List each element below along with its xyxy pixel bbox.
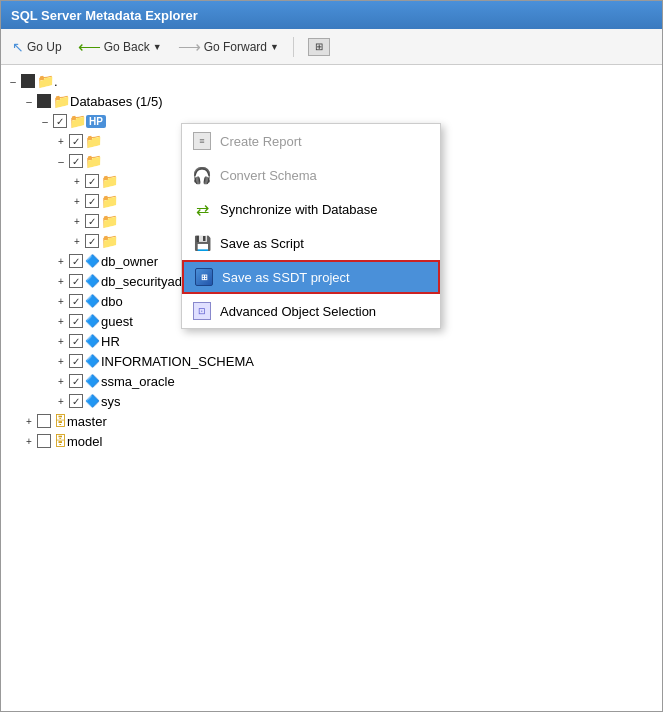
sub4-folder-icon: 📁: [101, 193, 118, 209]
go-forward-button[interactable]: ⟶ Go Forward ▼: [173, 35, 284, 58]
tree-schema-ssma_oracle[interactable]: + 🔷 ssma_oracle: [5, 371, 658, 391]
schema-db_owner-icon: 🔷: [85, 254, 101, 268]
sub2-folder-icon: 📁: [85, 153, 102, 169]
sub3-expander[interactable]: +: [69, 173, 85, 189]
schema-HR-label: HR: [101, 334, 120, 349]
tree-model[interactable]: + 🗄 model: [5, 431, 658, 451]
sub1-checkbox[interactable]: [69, 134, 83, 148]
hp-folder-icon: 📁: [69, 113, 86, 129]
schema-HR-expander[interactable]: +: [53, 333, 69, 349]
sub4-expander[interactable]: +: [69, 193, 85, 209]
sub5-checkbox[interactable]: [85, 214, 99, 228]
go-up-arrow-icon: ↖: [12, 39, 24, 55]
menu-item-create-report[interactable]: ≡ Create Report: [182, 124, 440, 158]
refresh-icon: ⊞: [308, 38, 330, 56]
save-ssdt-label: Save as SSDT project: [222, 270, 350, 285]
schema-dbo-expander[interactable]: +: [53, 293, 69, 309]
sub4-checkbox[interactable]: [85, 194, 99, 208]
schema-HR-checkbox[interactable]: [69, 334, 83, 348]
refresh-button[interactable]: ⊞: [303, 36, 335, 58]
master-label: master: [67, 414, 107, 429]
model-db-icon: 🗄: [53, 433, 67, 449]
schema-sys-checkbox[interactable]: [69, 394, 83, 408]
schema-db_securityadmin-icon: 🔷: [85, 274, 101, 288]
go-back-button[interactable]: ⟵ Go Back ▼: [73, 35, 167, 58]
go-back-label: Go Back: [104, 40, 150, 54]
content-area: – 📁 . – 📁 Databases (1/5) – 📁 HP: [1, 65, 662, 711]
schema-sys-icon: 🔷: [85, 394, 101, 408]
schema-db_securityadmin-checkbox[interactable]: [69, 274, 83, 288]
schema-guest-icon: 🔷: [85, 314, 101, 328]
go-forward-dropdown-icon[interactable]: ▼: [270, 42, 279, 52]
convert-schema-icon: 🎧: [192, 165, 212, 185]
model-checkbox[interactable]: [37, 434, 51, 448]
schema-dbo-icon: 🔷: [85, 294, 101, 308]
sub1-folder-icon: 📁: [85, 133, 102, 149]
hp-expander[interactable]: –: [37, 113, 53, 129]
sub1-expander[interactable]: +: [53, 133, 69, 149]
databases-label: Databases (1/5): [70, 94, 163, 109]
databases-black-icon: [37, 94, 51, 108]
tree-schema-HR[interactable]: + 🔷 HR: [5, 331, 658, 351]
schema-dbo-checkbox[interactable]: [69, 294, 83, 308]
tree-schema-sys[interactable]: + 🔷 sys: [5, 391, 658, 411]
sub6-folder-icon: 📁: [101, 233, 118, 249]
model-label: model: [67, 434, 102, 449]
context-menu: ≡ Create Report 🎧 Convert Schema ⇄ Synch…: [181, 123, 441, 329]
save-script-icon: 💾: [192, 233, 212, 253]
menu-item-convert-schema[interactable]: 🎧 Convert Schema: [182, 158, 440, 192]
schema-INFORMATION_SCHEMA-checkbox[interactable]: [69, 354, 83, 368]
menu-item-sync-db[interactable]: ⇄ Synchronize with Database: [182, 192, 440, 226]
menu-item-save-ssdt[interactable]: ⊞ Save as SSDT project: [182, 260, 440, 294]
sub6-checkbox[interactable]: [85, 234, 99, 248]
root-folder-icon: 📁: [37, 73, 54, 89]
menu-item-advanced-selection[interactable]: ⊡ Advanced Object Selection: [182, 294, 440, 328]
schema-ssma_oracle-icon: 🔷: [85, 374, 101, 388]
master-checkbox[interactable]: [37, 414, 51, 428]
schema-guest-checkbox[interactable]: [69, 314, 83, 328]
model-expander[interactable]: +: [21, 433, 37, 449]
schema-ssma_oracle-checkbox[interactable]: [69, 374, 83, 388]
toolbar: ↖ Go Up ⟵ Go Back ▼ ⟶ Go Forward ▼ ⊞: [1, 29, 662, 65]
hp-checkbox[interactable]: [53, 114, 67, 128]
sync-db-label: Synchronize with Database: [220, 202, 378, 217]
tree-schema-INFORMATION_SCHEMA[interactable]: + 🔷 INFORMATION_SCHEMA: [5, 351, 658, 371]
hp-badge: HP: [86, 115, 106, 128]
schema-sys-expander[interactable]: +: [53, 393, 69, 409]
schema-sys-label: sys: [101, 394, 121, 409]
schema-db_securityadmin-expander[interactable]: +: [53, 273, 69, 289]
tree-root[interactable]: – 📁 .: [5, 71, 658, 91]
go-forward-label: Go Forward: [204, 40, 267, 54]
schema-db_owner-checkbox[interactable]: [69, 254, 83, 268]
convert-schema-label: Convert Schema: [220, 168, 317, 183]
schema-ssma_oracle-label: ssma_oracle: [101, 374, 175, 389]
schema-ssma_oracle-expander[interactable]: +: [53, 373, 69, 389]
root-expander[interactable]: –: [5, 73, 21, 89]
go-forward-icon: ⟶: [178, 37, 201, 56]
sub2-expander[interactable]: –: [53, 153, 69, 169]
databases-folder-icon: 📁: [53, 93, 70, 109]
sub5-expander[interactable]: +: [69, 213, 85, 229]
sub3-checkbox[interactable]: [85, 174, 99, 188]
schema-guest-expander[interactable]: +: [53, 313, 69, 329]
databases-expander[interactable]: –: [21, 93, 37, 109]
tree-master[interactable]: + 🗄 master: [5, 411, 658, 431]
go-back-dropdown-icon[interactable]: ▼: [153, 42, 162, 52]
sub3-folder-icon: 📁: [101, 173, 118, 189]
schema-db_owner-expander[interactable]: +: [53, 253, 69, 269]
tree-databases[interactable]: – 📁 Databases (1/5): [5, 91, 658, 111]
sub2-checkbox[interactable]: [69, 154, 83, 168]
schema-dbo-label: dbo: [101, 294, 123, 309]
main-window: SQL Server Metadata Explorer ↖ Go Up ⟵ G…: [0, 0, 663, 712]
go-up-button[interactable]: ↖ Go Up: [7, 37, 67, 57]
schema-INFORMATION_SCHEMA-expander[interactable]: +: [53, 353, 69, 369]
window-title: SQL Server Metadata Explorer: [11, 8, 198, 23]
sub5-folder-icon: 📁: [101, 213, 118, 229]
root-label: .: [54, 74, 58, 89]
title-bar: SQL Server Metadata Explorer: [1, 1, 662, 29]
go-up-label: Go Up: [27, 40, 62, 54]
sub6-expander[interactable]: +: [69, 233, 85, 249]
master-expander[interactable]: +: [21, 413, 37, 429]
root-black-icon: [21, 74, 35, 88]
menu-item-save-script[interactable]: 💾 Save as Script: [182, 226, 440, 260]
